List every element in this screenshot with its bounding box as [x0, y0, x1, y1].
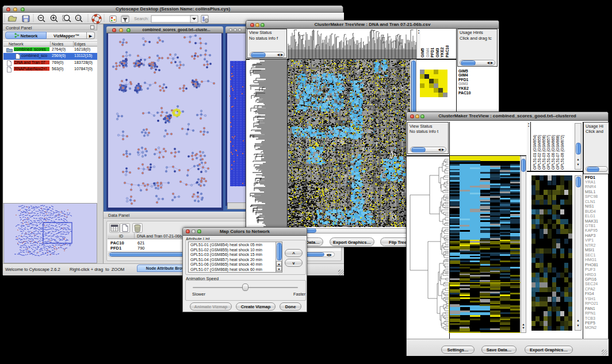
svg-text:GIM4: GIM4	[426, 48, 430, 58]
svg-text:GIM5: GIM5	[420, 48, 424, 58]
svg-text:GIM3: GIM3	[435, 48, 439, 58]
svg-text:GPL51-08 (GSM872): GPL51-08 (GSM872)	[560, 135, 565, 170]
svg-text:GPL51-06 (GSM865): GPL51-06 (GSM865)	[551, 135, 556, 170]
svg-text:PFD1: PFD1	[430, 47, 434, 58]
svg-text:GPL51-04 (GSM857): GPL51-04 (GSM857)	[546, 135, 551, 170]
svg-text:YKE2: YKE2	[440, 47, 444, 58]
svg-text:GPL51-02 (GSM855): GPL51-02 (GSM855)	[537, 135, 542, 170]
svg-text:1:1: 1:1	[77, 17, 81, 20]
svg-text:GPL51-01 (GSM854): GPL51-01 (GSM854)	[533, 135, 537, 170]
svg-text:GPL51-03 (GSM856): GPL51-03 (GSM856)	[542, 135, 546, 170]
svg-text:PAC10: PAC10	[445, 45, 449, 58]
svg-text:Search:: Search:	[134, 16, 149, 21]
svg-text:GPL51-07 (GSM868): GPL51-07 (GSM868)	[556, 135, 560, 170]
